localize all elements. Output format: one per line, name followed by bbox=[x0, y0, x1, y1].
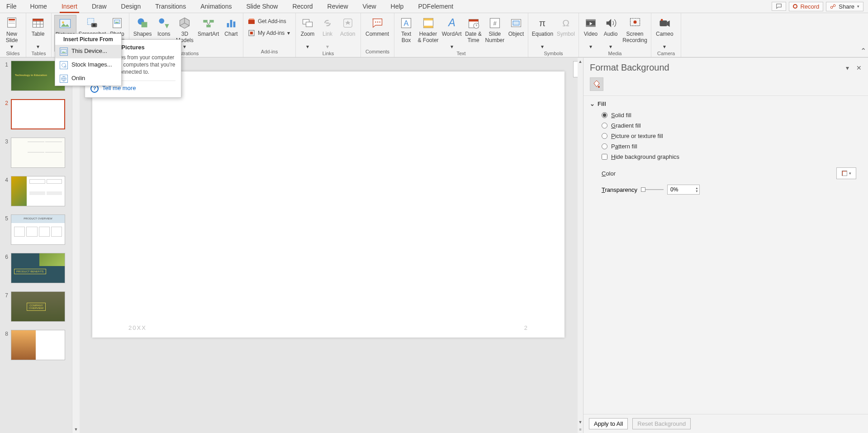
wordart-button[interactable]: AWordArt▾ bbox=[441, 15, 462, 51]
slide-thumbnail-panel: 1Technology in Education 2 3 4 5PRODUCT … bbox=[0, 58, 80, 433]
header-footer-button[interactable]: Header & Footer bbox=[417, 15, 439, 45]
fill-tab-icon[interactable] bbox=[590, 77, 603, 91]
tab-help[interactable]: Help bbox=[384, 0, 411, 13]
record-icon bbox=[793, 4, 797, 9]
smartart-button[interactable]: SmartArt bbox=[197, 15, 220, 38]
comment-label: Comment bbox=[365, 31, 389, 38]
slide-thumb-3[interactable]: 3 bbox=[2, 138, 78, 168]
slide-thumb-8[interactable]: 8 bbox=[2, 330, 78, 360]
tab-view[interactable]: View bbox=[356, 0, 384, 13]
zoom-button[interactable]: Zoom▾ bbox=[299, 15, 317, 51]
date-time-button[interactable]: Date & Time bbox=[464, 15, 483, 45]
tab-draw[interactable]: Draw bbox=[85, 0, 114, 13]
svg-point-19 bbox=[159, 19, 165, 24]
get-addins-label: Get Add-ins bbox=[258, 18, 286, 24]
hide-bg-checkbox[interactable]: Hide background graphics bbox=[602, 152, 856, 162]
tab-transitions[interactable]: Transitions bbox=[148, 0, 193, 13]
reset-background-button: Reset Background bbox=[632, 418, 691, 429]
slide-thumb-7[interactable]: 7COMPANY OVERVIEW bbox=[2, 291, 78, 322]
apply-to-all-button[interactable]: Apply to All bbox=[589, 418, 628, 429]
group-symbols-label: Symbols bbox=[528, 51, 579, 57]
svg-rect-38 bbox=[423, 19, 433, 21]
ribbon: New Slide▾ Slides Table▾ Tables Pictures… bbox=[0, 13, 868, 57]
pictures-button[interactable]: Pictures▾ Insert Picture From This Devic… bbox=[54, 15, 76, 52]
header-footer-label: Header & Footer bbox=[418, 31, 439, 44]
picture-fill-radio[interactable]: Picture or texture fill bbox=[602, 131, 856, 141]
thumb7-title: COMPANY OVERVIEW bbox=[27, 303, 46, 311]
scroll-down-button[interactable]: ▼ bbox=[72, 425, 80, 433]
get-addins-button[interactable]: Get Add-ins bbox=[246, 17, 288, 26]
group-addins-label: Add-ins bbox=[243, 49, 295, 57]
pattern-fill-radio[interactable]: Pattern fill bbox=[602, 141, 856, 152]
slide-number-button[interactable]: #Slide Number bbox=[484, 15, 505, 45]
tab-review[interactable]: Review bbox=[320, 0, 356, 13]
slider-knob[interactable] bbox=[641, 187, 645, 192]
canvas-scrollbar[interactable]: ▲ ▼ ≡ bbox=[578, 58, 583, 433]
fill-section-header[interactable]: ⌄Fill bbox=[583, 96, 868, 110]
solid-fill-radio[interactable]: Solid fill bbox=[602, 110, 856, 120]
canvas-scroll-down[interactable]: ▼ bbox=[578, 419, 583, 426]
slide-thumb-5[interactable]: 5PRODUCT OVERVIEW bbox=[2, 214, 78, 245]
video-button[interactable]: Video▾ bbox=[582, 15, 600, 51]
svg-rect-21 bbox=[209, 20, 213, 23]
table-label: Table bbox=[32, 31, 45, 38]
tab-home[interactable]: Home bbox=[23, 0, 54, 13]
slide-thumb-4[interactable]: 4 bbox=[2, 176, 78, 206]
text-box-button[interactable]: AText Box bbox=[397, 15, 415, 45]
pane-close-button[interactable]: ✕ bbox=[856, 64, 862, 71]
tab-design[interactable]: Design bbox=[114, 0, 148, 13]
menu-this-device[interactable]: This Device... bbox=[55, 45, 121, 58]
cameo-button[interactable]: Cameo▾ bbox=[654, 15, 675, 51]
online-icon bbox=[60, 75, 68, 83]
icons-button[interactable]: Icons bbox=[155, 15, 173, 38]
table-button[interactable]: Table▾ bbox=[29, 15, 47, 51]
comment-button[interactable]: Comment bbox=[364, 15, 391, 38]
equation-icon: π bbox=[535, 16, 550, 30]
screen-recording-button[interactable]: Screen Recording bbox=[621, 15, 648, 45]
share-button[interactable]: ☍Share▾ bbox=[826, 2, 863, 11]
shapes-icon bbox=[135, 16, 150, 30]
equation-button[interactable]: πEquation▾ bbox=[531, 15, 554, 51]
audio-button[interactable]: Audio▾ bbox=[602, 15, 620, 51]
canvas-scroll-prev[interactable]: ≡ bbox=[578, 426, 583, 433]
chart-label: Chart bbox=[224, 31, 237, 38]
object-button[interactable]: Object bbox=[507, 15, 525, 38]
transparency-slider[interactable] bbox=[641, 189, 664, 190]
tab-animations[interactable]: Animations bbox=[193, 0, 239, 13]
current-slide[interactable]: 20XX 2 bbox=[92, 71, 564, 338]
chart-button[interactable]: Chart bbox=[222, 15, 240, 38]
tab-insert[interactable]: Insert bbox=[54, 0, 85, 13]
insert-picture-menu: Insert Picture From This Device... Stock… bbox=[55, 33, 122, 86]
group-media-label: Media bbox=[579, 51, 651, 57]
wordart-label: WordArt bbox=[442, 31, 462, 38]
spin-up[interactable]: ▲ bbox=[695, 186, 698, 190]
svg-rect-52 bbox=[586, 25, 596, 27]
tab-record[interactable]: Record bbox=[285, 0, 320, 13]
tab-slideshow[interactable]: Slide Show bbox=[239, 0, 285, 13]
object-icon bbox=[509, 16, 523, 30]
thumb1-title: Technology in Education bbox=[15, 74, 47, 76]
color-picker-button[interactable]: ▾ bbox=[836, 167, 856, 179]
cameo-icon bbox=[657, 16, 672, 30]
pane-options-button[interactable]: ▾ bbox=[846, 64, 849, 71]
thumbnail-scrollbar[interactable]: ▲ ▼ bbox=[72, 58, 80, 433]
menu-stock-images[interactable]: Stock Images... bbox=[55, 58, 121, 72]
record-button[interactable]: Record bbox=[789, 2, 823, 11]
transparency-spinner[interactable]: 0%▲▼ bbox=[667, 185, 700, 195]
new-slide-button[interactable]: New Slide▾ bbox=[3, 15, 21, 51]
tab-file[interactable]: File bbox=[0, 0, 23, 13]
comment-tray-icon[interactable] bbox=[772, 2, 786, 11]
canvas-scroll-up[interactable]: ▲ bbox=[578, 58, 583, 65]
store-icon bbox=[248, 18, 255, 25]
slide-number-icon: # bbox=[488, 16, 502, 30]
spin-down[interactable]: ▼ bbox=[695, 190, 698, 193]
gradient-fill-radio[interactable]: Gradient fill bbox=[602, 120, 856, 131]
video-label: Video bbox=[584, 31, 598, 38]
slide-thumb-6[interactable]: 6PRODUCT BENEFITS bbox=[2, 253, 78, 283]
menu-online-pictures[interactable]: Onlin bbox=[55, 72, 121, 86]
tab-pdfelement[interactable]: PDFelement bbox=[411, 0, 460, 13]
slide-thumb-2[interactable]: 2 bbox=[2, 99, 78, 129]
collapse-ribbon-button[interactable]: ⌃ bbox=[860, 47, 866, 55]
my-addins-button[interactable]: My Add-ins ▾ bbox=[246, 29, 292, 38]
object-label: Object bbox=[508, 31, 524, 38]
